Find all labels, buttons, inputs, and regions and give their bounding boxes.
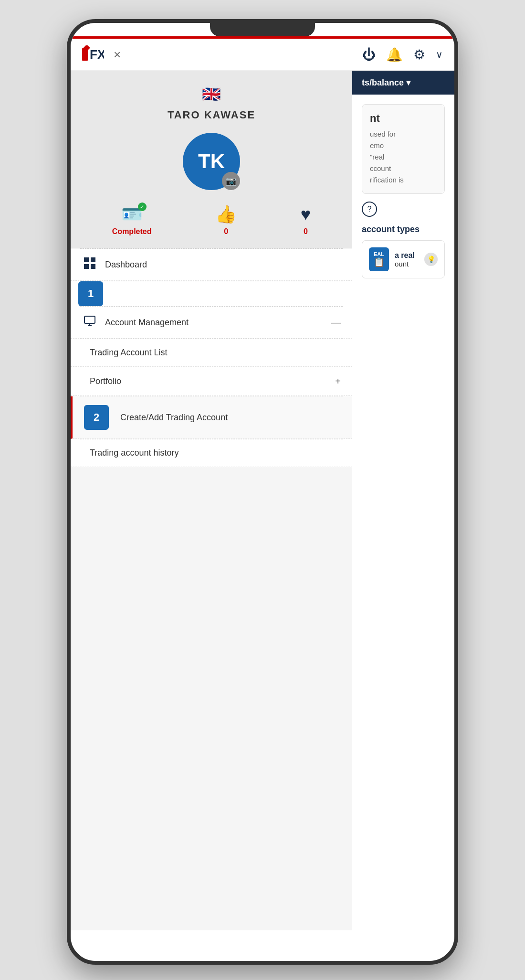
logo: FXON (82, 45, 104, 64)
sidebar-drawer: 🇬🇧 TARO KAWASE TK 📷 🪪 ✓ (71, 71, 352, 930)
check-badge: ✓ (138, 202, 147, 211)
power-icon[interactable]: ⏻ (362, 47, 376, 63)
right-panel-header[interactable]: ts/balance ▾ (352, 71, 454, 95)
avatar-container: TK 📷 (183, 133, 240, 190)
trading-history-label: Trading account history (90, 448, 341, 458)
stat-completed: 🪪 ✓ Completed (112, 204, 152, 236)
account-types-label: account types (362, 224, 445, 234)
svg-rect-4 (91, 257, 95, 262)
monitor-icon (82, 315, 97, 330)
svg-rect-6 (91, 264, 95, 269)
create-trading-label: Create/Add Trading Account (120, 413, 341, 423)
username-label: TARO KAWASE (168, 109, 255, 121)
right-panel: ts/balance ▾ nt used foremo"realccountri… (352, 71, 454, 930)
stat-heart: ♥ 0 (301, 204, 311, 236)
account-management-label: Account Management (105, 318, 324, 328)
close-button[interactable]: × (114, 47, 121, 62)
account-types-section: account types EAL 📋 a real ount 💡 (362, 224, 445, 278)
svg-rect-7 (84, 316, 95, 323)
collapse-icon: — (331, 317, 341, 328)
account-card: EAL 📋 a real ount 💡 (362, 240, 445, 278)
chevron-down-icon[interactable]: ∨ (436, 49, 443, 60)
card-title: nt (370, 112, 437, 125)
stat-thumbsup: 👍 0 (215, 204, 237, 236)
account-card-text: a real ount (395, 251, 415, 268)
profile-section: 🇬🇧 TARO KAWASE TK 📷 🪪 ✓ (71, 71, 352, 248)
completed-label: Completed (112, 227, 152, 236)
sidebar-item-account-management[interactable]: Account Management — (71, 307, 352, 339)
sidebar-item-portfolio[interactable]: Portfolio + (71, 367, 352, 396)
phone-notch (210, 23, 315, 36)
gear-icon[interactable]: ⚙ (413, 47, 425, 63)
nav-badge-2: 2 (84, 405, 109, 430)
svg-rect-5 (84, 264, 89, 269)
flag-icon: 🇬🇧 (202, 85, 221, 103)
logo-icon: FXON (82, 45, 104, 64)
account-real-label: a real (395, 251, 415, 260)
light-icon: 💡 (424, 253, 438, 266)
thumbsup-icon: 👍 (215, 204, 237, 224)
trading-account-list-label: Trading Account List (90, 348, 341, 358)
account-ount-label: ount (395, 260, 409, 268)
plus-icon: + (335, 376, 341, 387)
phone-frame: FXON × ⏻ 🔔 ⚙ ∨ 🇬🇧 TARO KAWASE TK (67, 19, 458, 965)
right-panel-title: ts/balance ▾ (362, 77, 410, 88)
badge-1-row: 1 (71, 281, 352, 306)
account-badge: EAL 📋 (369, 247, 389, 271)
heart-value: 0 (304, 227, 308, 236)
content-card: nt used foremo"realccountrification is (362, 104, 445, 194)
nav-section: Dashboard 1 Account Management — (71, 249, 352, 467)
header-right: ⏻ 🔔 ⚙ ∨ (362, 47, 443, 63)
main-content: 🇬🇧 TARO KAWASE TK 📷 🪪 ✓ (71, 71, 454, 930)
camera-icon: 📷 (226, 176, 236, 186)
avatar-initials: TK (198, 150, 225, 173)
portfolio-label: Portfolio (90, 376, 327, 386)
sidebar-item-trading-account-list[interactable]: Trading Account List (71, 339, 352, 367)
sidebar-item-create-trading[interactable]: 2 Create/Add Trading Account (71, 396, 352, 439)
thumbsup-value: 0 (224, 227, 228, 236)
svg-text:FXON: FXON (90, 47, 104, 62)
app-header: FXON × ⏻ 🔔 ⚙ ∨ (71, 39, 454, 71)
camera-button[interactable]: 📷 (222, 172, 240, 190)
header-left: FXON × (82, 45, 121, 64)
stats-row: 🪪 ✓ Completed 👍 0 ♥ 0 (80, 200, 343, 239)
dashboard-label: Dashboard (105, 260, 341, 270)
grid-icon (82, 257, 97, 272)
sidebar-item-dashboard[interactable]: Dashboard (71, 249, 352, 281)
card-description: used foremo"realccountrification is (370, 128, 437, 186)
svg-rect-3 (84, 257, 89, 262)
heart-icon: ♥ (301, 204, 311, 224)
nav-badge-1: 1 (78, 281, 103, 306)
help-icon[interactable]: ? (362, 202, 377, 217)
sidebar-item-trading-history[interactable]: Trading account history (71, 439, 352, 467)
bell-icon[interactable]: 🔔 (386, 47, 403, 63)
